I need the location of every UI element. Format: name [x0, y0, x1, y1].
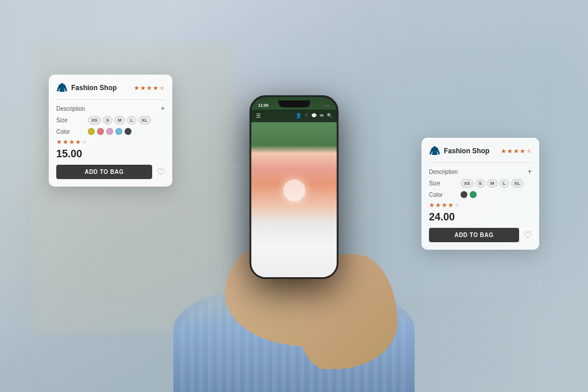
add-to-bag-row-left: ADD TO BAG ♡: [56, 165, 165, 179]
card-header-stars-left: ★ ★ ★ ★ ★: [134, 84, 165, 92]
star3: ★: [146, 84, 152, 92]
size-label-right: Size: [429, 180, 461, 187]
rating-star2-right: ★: [435, 201, 441, 209]
color-pink[interactable]: [97, 128, 104, 135]
color-green-right[interactable]: [470, 191, 477, 198]
size-s-left[interactable]: S: [103, 116, 113, 125]
size-xs-left[interactable]: XS: [88, 116, 101, 125]
card-header-stars-right: ★ ★ ★ ★ ★: [501, 148, 532, 155]
size-row-left: Size XS S M L XL: [56, 116, 165, 125]
heart-icon-left[interactable]: ♡: [157, 166, 165, 177]
search-icon[interactable]: 🔍: [327, 113, 332, 118]
rating-star4-left: ★: [75, 138, 81, 146]
rstar3: ★: [513, 148, 519, 155]
connector-left: [169, 166, 244, 168]
color-dots-left: [88, 128, 131, 135]
touch-circle: [283, 180, 305, 201]
color-label-right: Color: [429, 192, 461, 198]
divider-left-1: [56, 99, 165, 100]
star5: ★: [159, 84, 165, 92]
card-brand-right: 🧥 Fashion Shop: [429, 145, 489, 157]
star1: ★: [134, 84, 140, 92]
size-l-left[interactable]: L: [127, 116, 137, 125]
rating-star3-right: ★: [442, 201, 447, 209]
size-s-right[interactable]: S: [475, 179, 485, 188]
phone-time: 11:00: [258, 103, 269, 107]
brand-name-right: Fashion Shop: [444, 147, 489, 155]
color-row-right: Color: [429, 191, 532, 198]
description-plus-left[interactable]: +: [161, 104, 165, 112]
description-plus-right[interactable]: +: [528, 168, 532, 176]
rating-star1-right: ★: [429, 201, 435, 209]
product-card-left: 🧥 Fashion Shop ★ ★ ★ ★ ★ Description +: [49, 75, 172, 187]
nav-icons: 👤 ♡ 💬 ✉ 🔍: [296, 113, 332, 118]
rating-star4-right: ★: [448, 201, 454, 209]
description-row-left: Description +: [56, 104, 165, 112]
rating-star3-left: ★: [69, 138, 75, 146]
color-purple[interactable]: [106, 128, 113, 135]
hands-area: 11:00 ▪▪▪ ☰ 👤 ♡ 💬 ✉ 🔍: [0, 0, 588, 392]
chat-icon[interactable]: 💬: [311, 113, 317, 118]
color-dark-right[interactable]: [461, 191, 467, 198]
profile-icon[interactable]: 👤: [296, 113, 301, 118]
phone-status-icons: ▪▪▪: [324, 103, 330, 108]
add-to-bag-button-right[interactable]: ADD TO BAG: [429, 228, 519, 242]
price-right: 24.00: [429, 211, 532, 223]
card-header-left: 🧥 Fashion Shop ★ ★ ★ ★ ★: [56, 82, 165, 94]
hanger-icon-right: 🧥: [429, 145, 440, 157]
color-dark[interactable]: [125, 128, 131, 135]
heart-nav-icon[interactable]: ♡: [304, 113, 308, 118]
heart-icon-right[interactable]: ♡: [524, 230, 532, 240]
rating-row-left: ★ ★ ★ ★ ★: [56, 138, 165, 146]
brand-name-left: Fashion Shop: [71, 84, 117, 92]
size-m-left[interactable]: M: [114, 116, 125, 125]
divider-right-1: [429, 162, 532, 163]
card-brand-left: 🧥 Fashion Shop: [56, 82, 117, 94]
phone-status-bar: 11:00 ▪▪▪: [258, 102, 330, 110]
hamburger-icon[interactable]: ☰: [256, 113, 261, 119]
hanger-icon-left: 🧥: [56, 82, 68, 94]
size-xs-right[interactable]: XS: [461, 179, 474, 188]
star4: ★: [153, 84, 158, 92]
description-label-left: Description: [56, 106, 88, 112]
color-label-left: Color: [56, 129, 88, 135]
rating-star5-right: ★: [454, 201, 460, 209]
add-to-bag-row-right: ADD TO BAG ♡: [429, 228, 532, 242]
rating-star5-left: ★: [82, 138, 87, 146]
size-xl-right[interactable]: XL: [511, 179, 524, 188]
add-to-bag-button-left[interactable]: ADD TO BAG: [56, 165, 152, 179]
rstar5: ★: [526, 148, 532, 155]
phone: 11:00 ▪▪▪ ☰ 👤 ♡ 💬 ✉ 🔍: [250, 95, 339, 279]
size-badges-left: XS S M L XL: [88, 116, 151, 125]
description-label-right: Description: [429, 169, 461, 175]
scene: 11:00 ▪▪▪ ☰ 👤 ♡ 💬 ✉ 🔍: [0, 0, 588, 392]
color-dots-right: [461, 191, 477, 198]
product-card-right: 🧥 Fashion Shop ★ ★ ★ ★ ★ Description +: [421, 138, 539, 250]
size-badges-right: XS S M L XL: [461, 179, 524, 188]
size-row-right: Size XS S M L XL: [429, 179, 532, 188]
size-m-right[interactable]: M: [487, 179, 498, 188]
color-blue[interactable]: [115, 128, 122, 135]
size-xl-left[interactable]: XL: [138, 116, 151, 125]
rating-row-right: ★ ★ ★ ★ ★: [429, 201, 532, 209]
description-row-right: Description +: [429, 168, 532, 176]
color-yellow[interactable]: [88, 128, 95, 135]
rstar1: ★: [501, 148, 506, 155]
phone-nav-bar: ☰ 👤 ♡ 💬 ✉ 🔍: [252, 110, 337, 122]
rstar2: ★: [507, 148, 513, 155]
size-label-left: Size: [56, 117, 88, 123]
mail-icon[interactable]: ✉: [320, 113, 324, 118]
rstar4: ★: [520, 148, 525, 155]
size-l-right[interactable]: L: [500, 179, 509, 188]
rating-star2-left: ★: [63, 138, 68, 146]
rating-star1-left: ★: [56, 138, 62, 146]
price-left: 15.00: [56, 148, 165, 160]
color-row-left: Color: [56, 128, 165, 135]
star2: ★: [140, 84, 146, 92]
card-header-right: 🧥 Fashion Shop ★ ★ ★ ★ ★: [429, 145, 532, 157]
